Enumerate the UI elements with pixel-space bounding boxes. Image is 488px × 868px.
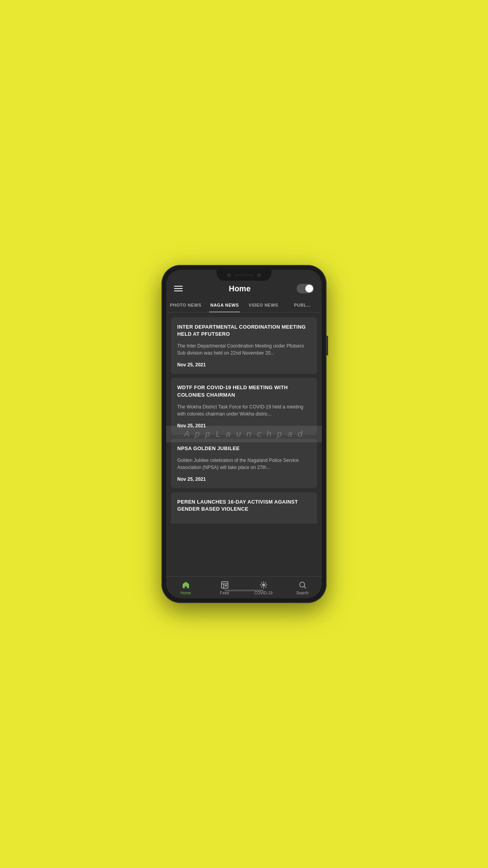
news-title-3: NPSA GOLDEN JUBILEE: [177, 445, 311, 452]
news-card-3[interactable]: NPSA GOLDEN JUBILEE Golden Jubilee celeb…: [171, 439, 317, 488]
news-date-3: Nov 25, 2021: [177, 476, 311, 482]
news-card-2[interactable]: WDTF FOR COVID-19 HELD MEETING WITH COLO…: [171, 378, 317, 434]
nav-home-label: Home: [180, 591, 191, 595]
menu-button[interactable]: [174, 286, 183, 291]
news-card-1[interactable]: INTER DEPARTMENTAL COORDINATION MEETING …: [171, 317, 317, 374]
phone-screen: A p p L a u n c h p a d Home PHOTO NEWS …: [166, 270, 322, 598]
news-excerpt-1: The Inter Departmental Coordination Meet…: [177, 342, 311, 357]
nav-covid[interactable]: COVID-19: [244, 577, 283, 598]
feed-icon: [220, 581, 229, 589]
sensor: [257, 273, 261, 277]
news-list: INTER DEPARTMENTAL COORDINATION MEETING …: [166, 313, 322, 576]
tab-video-news[interactable]: VIDEO NEWS: [244, 298, 283, 312]
news-card-4[interactable]: PEREN LAUNCHES 16-DAY ACTIVISM AGAINST G…: [171, 492, 317, 524]
nav-search-label: Search: [296, 591, 309, 595]
svg-line-10: [261, 587, 262, 588]
tab-bar: PHOTO NEWS NAGA NEWS VIDEO NEWS PUBL...: [166, 298, 322, 313]
covid-icon: [259, 581, 268, 589]
nav-feed[interactable]: Feed: [205, 577, 244, 598]
phone-frame: A p p L a u n c h p a d Home PHOTO NEWS …: [161, 265, 327, 603]
header-title: Home: [229, 284, 251, 293]
news-date-1: Nov 25, 2021: [177, 362, 311, 368]
svg-line-9: [265, 583, 266, 584]
svg-point-2: [262, 583, 265, 586]
tab-naga-news[interactable]: NAGA NEWS: [205, 298, 244, 312]
home-indicator: [224, 590, 264, 591]
search-icon: [298, 581, 307, 589]
svg-line-12: [304, 587, 306, 588]
nav-covid-label: COVID-19: [254, 591, 272, 595]
nav-feed-label: Feed: [220, 591, 229, 595]
nav-search[interactable]: Search: [283, 577, 322, 598]
notch: [216, 270, 272, 281]
tab-photo-news[interactable]: PHOTO NEWS: [166, 298, 205, 312]
home-icon: [182, 581, 190, 589]
svg-line-8: [265, 587, 266, 588]
power-button: [327, 336, 328, 355]
svg-rect-1: [225, 585, 227, 587]
news-excerpt-2: The Wokha District Task Force for COVID-…: [177, 403, 311, 417]
news-title-2: WDTF FOR COVID-19 HELD MEETING WITH COLO…: [177, 384, 311, 398]
bottom-navigation: Home Feed: [166, 576, 322, 598]
front-camera: [227, 273, 231, 277]
news-title-1: INTER DEPARTMENTAL COORDINATION MEETING …: [177, 324, 311, 338]
news-excerpt-3: Golden Jubilee celebration of the Nagala…: [177, 457, 311, 471]
tab-publ[interactable]: PUBL...: [283, 298, 322, 312]
svg-line-7: [261, 583, 262, 584]
news-title-4: PEREN LAUNCHES 16-DAY ACTIVISM AGAINST G…: [177, 498, 311, 513]
nav-home[interactable]: Home: [166, 577, 205, 598]
news-date-2: Nov 25, 2021: [177, 423, 311, 428]
dark-mode-toggle[interactable]: [297, 284, 314, 293]
speaker: [234, 274, 254, 276]
